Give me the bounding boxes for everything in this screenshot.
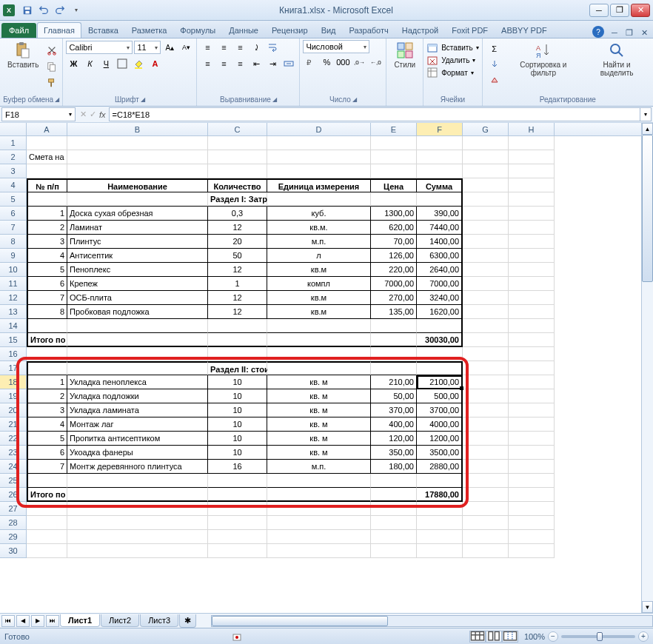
cell[interactable]	[463, 502, 509, 516]
cell[interactable]: м.п.	[267, 460, 371, 474]
cell[interactable]: Раздел I: Затраты на материалы	[208, 192, 267, 207]
tab-data[interactable]: Данные	[222, 22, 265, 38]
cell[interactable]	[267, 361, 371, 375]
column-header-C[interactable]: C	[208, 123, 267, 135]
tab-abbyy[interactable]: ABBYY PDF	[495, 22, 554, 38]
cell[interactable]	[509, 446, 555, 460]
cell[interactable]: 4000,00	[417, 417, 463, 432]
cell[interactable]: 3700,00	[417, 403, 463, 417]
sheet-tab-3[interactable]: Лист3	[140, 614, 178, 627]
tab-review[interactable]: Рецензир	[265, 22, 315, 38]
cell[interactable]	[463, 488, 509, 502]
cell[interactable]: Пеноплекс	[67, 263, 208, 277]
cell[interactable]: Смета на работы	[27, 150, 67, 164]
cell[interactable]	[27, 544, 67, 558]
cell[interactable]: Сумма	[417, 178, 463, 192]
cell[interactable]: 4	[27, 249, 67, 263]
formula-input[interactable]: =C18*E18	[109, 107, 640, 121]
cell[interactable]	[417, 544, 463, 558]
tab-developer[interactable]: Разработч	[343, 22, 395, 38]
tab-formulas[interactable]: Формулы	[173, 22, 222, 38]
cell[interactable]: 620,00	[371, 221, 417, 235]
cell[interactable]	[371, 192, 417, 207]
cell[interactable]	[67, 530, 208, 544]
cell[interactable]	[509, 502, 555, 516]
cell[interactable]	[463, 474, 509, 488]
cell[interactable]: 6	[27, 277, 67, 291]
row-header-7[interactable]: 7	[0, 221, 27, 235]
mdi-close-button[interactable]: ✕	[638, 27, 650, 38]
cell[interactable]	[463, 333, 509, 347]
cell[interactable]: 2100,00	[417, 375, 463, 389]
cell[interactable]	[371, 502, 417, 516]
cell[interactable]	[67, 502, 208, 516]
cell[interactable]	[371, 333, 417, 347]
cut-button[interactable]	[44, 43, 59, 58]
cell[interactable]: кв.м	[267, 263, 371, 277]
zoom-slider[interactable]	[561, 635, 635, 638]
cell[interactable]: 220,00	[371, 263, 417, 277]
cell[interactable]: 120,00	[371, 432, 417, 446]
alignment-dialog-launcher[interactable]: ◢	[272, 96, 277, 103]
cell[interactable]	[509, 263, 555, 277]
cell[interactable]	[267, 136, 371, 150]
cell[interactable]: кв.м	[267, 305, 371, 319]
row-header-21[interactable]: 21	[0, 417, 27, 432]
view-normal-button[interactable]	[469, 631, 486, 643]
mdi-restore-button[interactable]: ❐	[623, 27, 635, 38]
cell[interactable]	[509, 544, 555, 558]
cell[interactable]	[463, 235, 509, 249]
cell[interactable]: 7440,00	[417, 221, 463, 235]
cell[interactable]: 3	[27, 235, 67, 249]
cell[interactable]	[509, 530, 555, 544]
scroll-thumb[interactable]	[642, 135, 653, 282]
align-bottom-button[interactable]: ≡	[232, 40, 247, 55]
cell[interactable]: 12	[208, 221, 267, 235]
increase-font-button[interactable]: A▴	[162, 40, 177, 55]
column-header-G[interactable]: G	[463, 123, 509, 135]
format-painter-button[interactable]	[44, 76, 59, 90]
cell[interactable]: 50,00	[371, 389, 417, 403]
cell[interactable]: 5	[27, 432, 67, 446]
cell[interactable]: 350,00	[371, 446, 417, 460]
border-button[interactable]	[115, 56, 130, 71]
cell[interactable]: Укладка пеноплекса	[67, 375, 208, 389]
cell[interactable]: Монтаж лаг	[67, 417, 208, 432]
cell[interactable]	[509, 192, 555, 207]
align-top-button[interactable]: ≡	[200, 40, 215, 55]
font-name-combo[interactable]: Calibri▾	[66, 41, 133, 54]
cell[interactable]	[463, 136, 509, 150]
cell[interactable]	[208, 347, 267, 361]
cell[interactable]	[267, 530, 371, 544]
cell[interactable]: 3500,00	[417, 446, 463, 460]
cell[interactable]: кв.м.	[267, 221, 371, 235]
cell[interactable]	[27, 164, 67, 178]
view-page-break-button[interactable]	[502, 631, 518, 643]
decrease-indent-button[interactable]: ⇤	[249, 56, 264, 71]
cell[interactable]: 1620,00	[417, 305, 463, 319]
horizontal-scrollbar[interactable]	[211, 615, 653, 627]
cell[interactable]	[463, 375, 509, 389]
cell[interactable]	[267, 319, 371, 333]
row-header-1[interactable]: 1	[0, 136, 27, 150]
cell[interactable]: кв. м	[267, 432, 371, 446]
row-header-19[interactable]: 19	[0, 389, 27, 403]
tab-layout[interactable]: Разметка	[125, 22, 174, 38]
cell[interactable]	[27, 361, 67, 375]
cell[interactable]: 1	[27, 375, 67, 389]
align-center-button[interactable]: ≡	[216, 56, 231, 71]
styles-button[interactable]: Стили	[389, 40, 420, 70]
cell[interactable]: Единица измерения	[267, 178, 371, 192]
cell[interactable]	[27, 347, 67, 361]
sheet-nav-prev[interactable]: ◀	[16, 615, 30, 627]
cell[interactable]: 10	[208, 403, 267, 417]
cell[interactable]: м.п.	[267, 235, 371, 249]
cell[interactable]: 126,00	[371, 249, 417, 263]
cell[interactable]	[417, 361, 463, 375]
cell[interactable]	[267, 488, 371, 502]
cell[interactable]	[509, 178, 555, 192]
formula-bar-expand[interactable]: ▾	[640, 107, 652, 121]
cell[interactable]	[67, 192, 208, 207]
column-header-B[interactable]: B	[67, 123, 208, 135]
cell[interactable]	[67, 319, 208, 333]
